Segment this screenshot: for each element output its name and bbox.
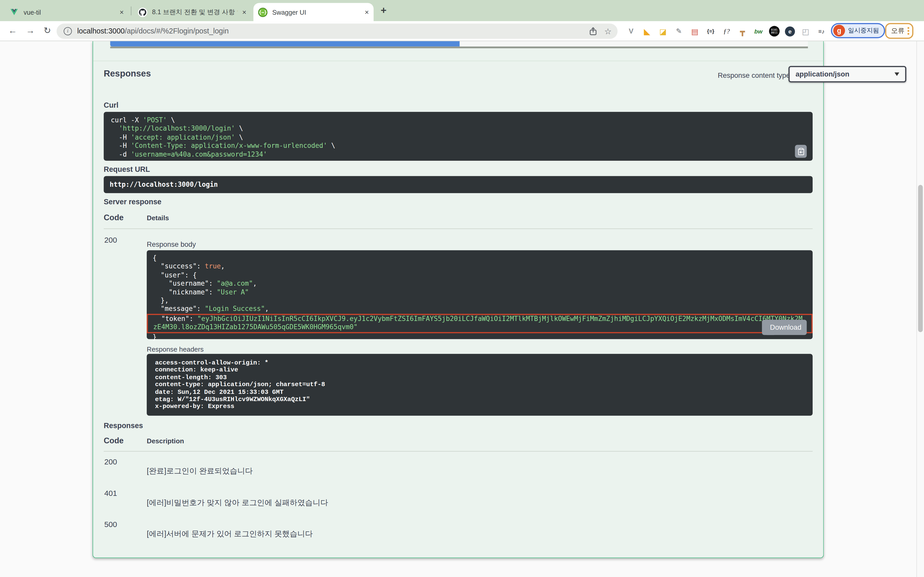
response-row-code: 401 (104, 488, 117, 497)
header-line: etag: W/"12f-4U3usRIHlcv9WZWONkqXGXaQzLI… (155, 396, 804, 403)
server-response-heading: Server response (103, 198, 162, 206)
login-opblock-panel: Responses Response content type applicat… (92, 41, 824, 558)
request-url-value: http://localhost:3000/login (110, 181, 218, 189)
response-row-description: [에러]비밀번호가 맞지 않아 로그인에 실패하였습니다 (147, 497, 328, 508)
request-url-heading: Request URL (103, 165, 150, 174)
bandwidth-extension-icon[interactable]: bw (753, 26, 764, 37)
content-type-select[interactable]: application/json (788, 66, 906, 82)
yellow-book-extension-icon[interactable]: ◣ (642, 26, 652, 37)
response-body-block: { "success": true, "user": { "username":… (147, 250, 813, 339)
header-line: date: Sun,12 Dec 2021 15:33:03 GMT (155, 388, 804, 396)
close-icon[interactable]: × (365, 8, 369, 16)
response-row-description: [에러]서버에 문제가 있어 로그인하지 못했습니다 (147, 529, 313, 539)
page-scrollbar[interactable] (916, 41, 924, 577)
button-shadow (110, 47, 808, 48)
kebab-menu-icon (908, 27, 909, 35)
responses-table-heading: Responses (103, 422, 143, 430)
e-circle-extension-icon[interactable]: e (785, 26, 795, 36)
tab-vue-til[interactable]: vue-til × (5, 3, 128, 21)
close-icon[interactable]: × (120, 8, 124, 16)
chevron-down-icon (895, 73, 899, 76)
clear-button[interactable] (460, 41, 808, 47)
table-divider (103, 451, 813, 451)
description-column-header: Description (147, 437, 184, 444)
tab-swagger-ui[interactable]: {⋯} Swagger UI × (254, 3, 373, 21)
header-line: content-length: 303 (155, 374, 804, 381)
swagger-page: Responses Response content type applicat… (0, 41, 924, 577)
execute-button[interactable] (110, 41, 459, 47)
browser-toolbar: ← → ↻ i localhost:3000/api/docs/#/%2Flog… (0, 21, 924, 41)
response-row-description: [완료]로그인이 완료되었습니다 (147, 466, 253, 476)
tab-title: 8.1 브랜치 전환 및 변경 사항 안내 · (152, 8, 237, 16)
server-response-code: 200 (104, 235, 117, 244)
tab-github-notice[interactable]: 8.1 브랜치 전환 및 변경 사항 안내 · × (133, 3, 251, 21)
url-path: /api/docs/#/%2Flogin/post_login (125, 27, 229, 35)
code-column-header: Code (103, 436, 123, 445)
github-logo-icon (138, 8, 147, 17)
clipper-card-extension-icon[interactable]: ▤ (690, 26, 700, 37)
header-line: connection: keep-alive (155, 367, 804, 374)
puzzle-extension-icon[interactable]: ◰ (800, 26, 811, 37)
url-host: localhost:3000 (77, 27, 124, 35)
curl-heading: Curl (103, 101, 118, 110)
swagger-logo-icon: {⋯} (258, 8, 268, 17)
reload-button[interactable]: ↻ (44, 25, 51, 36)
tab-title: Swagger UI (272, 8, 360, 15)
curl-command: curl -X 'POST' \ 'http://localhost:3000/… (111, 117, 806, 159)
curl-code-block: curl -X 'POST' \ 'http://localhost:3000/… (103, 112, 813, 161)
new-tab-button[interactable]: + (381, 5, 387, 16)
json-formatter-icon[interactable]: {≡} (705, 26, 716, 37)
execute-bar (110, 41, 808, 48)
response-body-json: { "success": true, "user": { "username":… (153, 254, 807, 314)
error-label: 오류 (891, 27, 905, 35)
browser-menu-error-button[interactable]: 오류 (885, 23, 913, 39)
profile-avatar: g (833, 25, 845, 37)
address-bar[interactable]: i localhost:3000/api/docs/#/%2Flogin/pos… (57, 23, 617, 39)
bookmark-star-icon[interactable]: ☆ (604, 27, 612, 35)
vue-logo-icon (10, 8, 19, 17)
back-button[interactable]: ← (8, 25, 17, 35)
site-info-icon[interactable]: i (64, 27, 72, 35)
response-headers-label: Response headers (147, 346, 204, 353)
response-headers-block: access-control-allow-origin: * connectio… (147, 354, 813, 416)
svg-text:{⋯}: {⋯} (259, 10, 267, 15)
extensions-row: V ◣ ◪ ✎ ▤ {≡} ƒ? ┳ bw 0101 0011 e ◰ ≡♪ (626, 23, 827, 39)
tab-strip: vue-til × 8.1 브랜치 전환 및 변경 사항 안내 · × {⋯} … (0, 0, 924, 21)
responses-heading: Responses (103, 68, 151, 78)
json-closing-brace: } (153, 333, 807, 342)
response-row-code: 200 (104, 458, 117, 466)
request-url-block: http://localhost:3000/login (103, 176, 813, 193)
tab-divider (131, 6, 131, 15)
profile-status-badge: 일시중지됨 (848, 27, 879, 35)
token-highlight-box: "token": "eyJhbGciOiJIUzI1NiIsInR5cCI6Ik… (147, 314, 813, 333)
code-column-header: Code (103, 213, 123, 222)
header-line: x-powered-by: Express (155, 403, 804, 410)
header-line: content-type: application/json; charset=… (155, 381, 804, 388)
response-row-code: 500 (104, 520, 117, 529)
share-icon[interactable] (590, 27, 597, 35)
token-line: "token": "eyJhbGciOiJIUzI1NiIsInR5cCI6Ik… (153, 315, 806, 332)
content-type-label: Response content type (718, 71, 790, 80)
url-text: localhost:3000/api/docs/#/%2Flogin/post_… (77, 27, 229, 35)
copy-to-clipboard-button[interactable] (795, 145, 807, 158)
tab-title: vue-til (23, 8, 115, 15)
clamp-extension-icon[interactable]: ┳ (737, 26, 748, 37)
close-icon[interactable]: × (242, 8, 246, 16)
function-helper-icon[interactable]: ƒ? (721, 26, 732, 37)
vue-devtools-icon[interactable]: V (626, 26, 636, 37)
response-body-label: Response body (147, 240, 196, 248)
binary-extension-icon[interactable]: 0101 0011 (769, 26, 780, 37)
browser-window: vue-til × 8.1 브랜치 전환 및 변경 사항 안내 · × {⋯} … (0, 0, 924, 577)
download-button[interactable]: Download (765, 320, 807, 335)
section-divider (93, 61, 823, 61)
scrollbar-thumb[interactable] (918, 185, 923, 332)
header-line: access-control-allow-origin: * (155, 359, 804, 366)
playlist-extension-icon[interactable]: ≡♪ (816, 26, 827, 37)
table-divider (103, 229, 813, 229)
content-type-value: application/json (796, 70, 895, 78)
details-column-header: Details (147, 214, 169, 221)
profile-chip[interactable]: g 일시중지됨 (831, 23, 885, 38)
colorzilla-eyedropper-icon[interactable]: ✎ (674, 26, 684, 37)
yellow-card-extension-icon[interactable]: ◪ (657, 26, 668, 37)
forward-button[interactable]: → (26, 25, 35, 35)
